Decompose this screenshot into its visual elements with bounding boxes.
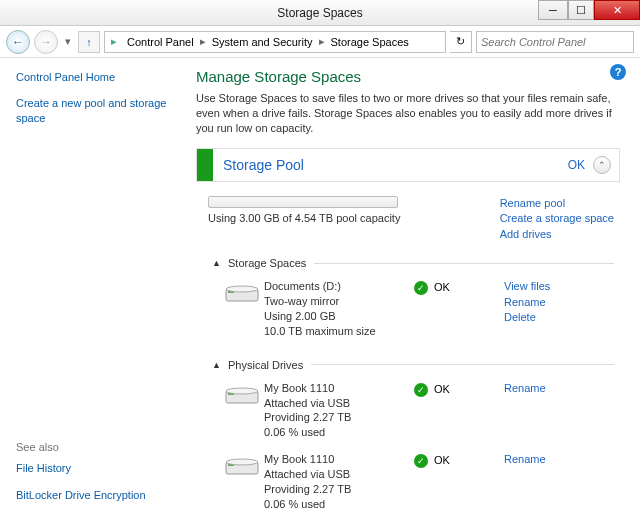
ok-badge-icon: ✓: [414, 454, 428, 468]
help-icon[interactable]: ?: [610, 64, 626, 80]
rename-drive-link[interactable]: Rename: [504, 381, 546, 396]
rename-drive-link[interactable]: Rename: [504, 452, 546, 467]
back-button[interactable]: ←: [6, 30, 30, 54]
drive-providing: Providing 2.27 TB: [264, 482, 414, 497]
capacity-text: Using 3.00 GB of 4.54 TB pool capacity: [208, 212, 500, 224]
address-bar[interactable]: ▸ Control Panel ▸ System and Security ▸ …: [104, 31, 446, 53]
space-using: Using 2.00 GB: [264, 309, 414, 324]
ok-badge-icon: ✓: [414, 383, 428, 397]
svg-point-2: [226, 286, 258, 292]
see-also-label: See also: [16, 441, 178, 453]
page-title: Manage Storage Spaces: [196, 68, 620, 85]
sidebar: Control Panel Home Create a new pool and…: [0, 58, 190, 522]
add-drives-link[interactable]: Add drives: [500, 227, 614, 243]
breadcrumb[interactable]: Storage Spaces: [327, 36, 413, 48]
close-button[interactable]: ✕: [594, 0, 640, 20]
physical-drive-row: My Book 1110 Attached via USB Providing …: [208, 446, 614, 517]
svg-point-5: [226, 388, 258, 394]
drive-used: 0.06 % used: [264, 497, 414, 512]
physical-drive-row: My Book 1110 Attached via USB Providing …: [208, 375, 614, 446]
pool-header: Storage Pool OK ⌃: [196, 148, 620, 182]
capacity-progressbar: [208, 196, 398, 208]
chevron-up-icon: ▲: [212, 360, 224, 370]
status-text: OK: [434, 383, 450, 395]
drive-used: 0.06 % used: [264, 425, 414, 440]
breadcrumb[interactable]: Control Panel: [123, 36, 198, 48]
drive-name: My Book 1110: [264, 452, 414, 467]
delete-space-link[interactable]: Delete: [504, 310, 550, 325]
storage-spaces-section-header[interactable]: ▲ Storage Spaces: [212, 257, 614, 269]
pool-status-text: OK: [568, 158, 585, 172]
create-space-link[interactable]: Create a storage space: [500, 211, 614, 227]
drive-attach: Attached via USB: [264, 467, 414, 482]
nav-bar: ← → ▾ ↑ ▸ Control Panel ▸ System and Sec…: [0, 26, 640, 58]
space-max: 10.0 TB maximum size: [264, 324, 414, 339]
minimize-button[interactable]: ─: [538, 0, 568, 20]
chevron-right-icon: ▸: [198, 35, 208, 48]
up-button[interactable]: ↑: [78, 31, 100, 53]
pool-status-flag: [197, 149, 213, 181]
pool-title: Storage Pool: [223, 157, 568, 173]
search-input[interactable]: [476, 31, 634, 53]
main-content: ? Manage Storage Spaces Use Storage Spac…: [190, 58, 640, 522]
section-label: Physical Drives: [228, 359, 303, 371]
svg-point-8: [226, 459, 258, 465]
rename-space-link[interactable]: Rename: [504, 295, 550, 310]
drive-icon: [220, 452, 264, 511]
section-label: Storage Spaces: [228, 257, 306, 269]
sidebar-file-history-link[interactable]: File History: [16, 461, 178, 475]
drive-attach: Attached via USB: [264, 396, 414, 411]
sidebar-create-pool-link[interactable]: Create a new pool and storage space: [16, 96, 178, 125]
physical-drives-section-header[interactable]: ▲ Physical Drives: [212, 359, 614, 371]
location-icon: ▸: [105, 35, 123, 48]
space-name: Documents (D:): [264, 279, 414, 294]
status-text: OK: [434, 281, 450, 293]
chevron-up-icon: ▲: [212, 258, 224, 268]
status-text: OK: [434, 454, 450, 466]
forward-button[interactable]: →: [34, 30, 58, 54]
breadcrumb[interactable]: System and Security: [208, 36, 317, 48]
collapse-button[interactable]: ⌃: [593, 156, 611, 174]
storage-space-row: Documents (D:) Two-way mirror Using 2.00…: [208, 273, 614, 344]
refresh-button[interactable]: ↻: [450, 31, 472, 53]
space-type: Two-way mirror: [264, 294, 414, 309]
history-dropdown[interactable]: ▾: [62, 32, 74, 52]
ok-badge-icon: ✓: [414, 281, 428, 295]
chevron-right-icon: ▸: [317, 35, 327, 48]
rename-pool-link[interactable]: Rename pool: [500, 196, 614, 212]
drive-name: My Book 1110: [264, 381, 414, 396]
maximize-button[interactable]: ☐: [568, 0, 594, 20]
sidebar-bitlocker-link[interactable]: BitLocker Drive Encryption: [16, 488, 178, 502]
title-bar: Storage Spaces ─ ☐ ✕: [0, 0, 640, 26]
drive-icon: [220, 279, 264, 338]
page-description: Use Storage Spaces to save files to two …: [196, 91, 620, 136]
drive-icon: [220, 381, 264, 440]
sidebar-home-link[interactable]: Control Panel Home: [16, 70, 178, 84]
drive-providing: Providing 2.27 TB: [264, 410, 414, 425]
view-files-link[interactable]: View files: [504, 279, 550, 294]
